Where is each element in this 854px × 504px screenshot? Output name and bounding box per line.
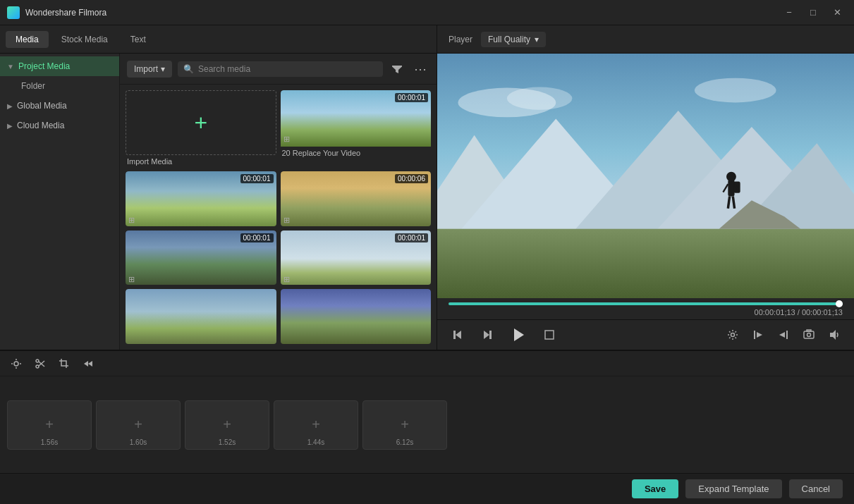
progress-fill	[449, 302, 843, 305]
step-back-button[interactable]	[449, 326, 467, 344]
scissors-icon	[35, 358, 46, 369]
timeline-clip[interactable]: + 1.44s	[274, 400, 358, 450]
maximize-button[interactable]: □	[803, 5, 823, 20]
media-thumbnail: 00:00:06 ⊞	[281, 171, 432, 226]
sidebar-item-global-media[interactable]: ▶ Global Media	[0, 96, 119, 116]
svg-point-34	[36, 359, 39, 362]
progress-handle[interactable]	[836, 300, 843, 307]
svg-line-36	[39, 362, 44, 367]
media-toolbar: Import ▾ 🔍 ⋯	[120, 54, 437, 85]
crop-timeline-icon	[59, 358, 70, 369]
add-clip-icon: +	[45, 417, 54, 433]
media-item[interactable]: 00:00:01 ⊞ 17 Replace Your Video	[281, 231, 432, 285]
video-type-icon: ⊞	[283, 135, 290, 144]
video-type-icon: ⊞	[128, 275, 135, 284]
mark-out-button[interactable]	[775, 326, 792, 343]
screenshot-button[interactable]	[800, 326, 817, 343]
timeline-clip[interactable]: + 1.52s	[185, 400, 269, 450]
media-item[interactable]	[281, 289, 432, 344]
import-media-label: Import Media	[126, 155, 276, 167]
thumbnail-image	[281, 289, 432, 344]
sidebar-item-project-media[interactable]: ▼ Project Media	[0, 56, 119, 76]
quality-select[interactable]: Full Quality ▾	[481, 32, 546, 47]
mark-out-icon	[778, 329, 789, 340]
player-controls	[437, 319, 854, 350]
import-media-cell[interactable]: +	[126, 90, 276, 155]
search-input[interactable]	[198, 64, 377, 74]
settings-button[interactable]	[724, 326, 741, 343]
player-progress-bar[interactable]	[437, 298, 854, 307]
plus-icon: +	[194, 110, 207, 136]
search-icon: 🔍	[183, 64, 194, 74]
cancel-button[interactable]: Cancel	[789, 479, 843, 498]
media-item[interactable]: 00:00:01 ⊞ 20 Replace Your Video	[281, 90, 432, 167]
media-item[interactable]: 00:00:01 ⊞ 19 Replace Your Video	[126, 171, 276, 226]
svg-rect-21	[489, 331, 492, 339]
quality-label: Full Quality	[488, 35, 530, 44]
tab-media[interactable]: Media	[6, 31, 49, 48]
clip-duration: 1.60s	[130, 438, 147, 446]
svg-line-14	[728, 196, 729, 208]
svg-rect-25	[754, 331, 755, 339]
tab-text[interactable]: Text	[121, 31, 156, 48]
timeline-clip[interactable]: + 1.60s	[96, 400, 181, 450]
import-button[interactable]: Import ▾	[127, 61, 172, 78]
crop-button[interactable]	[540, 326, 559, 344]
search-container: 🔍	[178, 61, 383, 77]
scissors-tool-button[interactable]	[31, 356, 49, 371]
crop-icon	[543, 328, 556, 341]
svg-marker-38	[84, 361, 88, 367]
volume-button[interactable]	[826, 326, 843, 343]
media-item[interactable]: 00:00:01 ⊞ 16 Replace Your Video	[126, 231, 276, 285]
svg-rect-9	[437, 229, 854, 298]
timeline-clip[interactable]: + 1.56s	[7, 400, 92, 450]
svg-marker-22	[514, 328, 524, 341]
media-area: Import ▾ 🔍 ⋯	[120, 54, 437, 350]
main-layout: Media Stock Media Text ▼ Project Media F…	[0, 25, 854, 504]
media-thumbnail: 00:00:01 ⊞	[126, 231, 276, 285]
svg-point-2	[507, 87, 573, 109]
bottom-section: + 1.56s + 1.60s + 1.52s + 1.44s + 6.12s	[0, 350, 854, 473]
timeline-clip[interactable]: + 6.12s	[362, 400, 447, 450]
play-button[interactable]	[508, 324, 529, 345]
filter-button[interactable]	[389, 61, 405, 78]
step-forward-reverse-button[interactable]	[478, 326, 496, 344]
mark-in-button[interactable]	[750, 326, 767, 343]
arrow-right-icon: ▶	[7, 122, 13, 130]
filmora-app-icon	[7, 6, 20, 19]
screenshot-icon	[803, 329, 815, 340]
player-time-display: 00:00:01;13 / 00:00:01;13	[437, 307, 854, 319]
sidebar-item-label: Cloud Media	[17, 121, 64, 130]
player-scene	[437, 54, 854, 298]
tab-stock-media[interactable]: Stock Media	[51, 31, 118, 48]
media-item[interactable]: 00:00:06 ⊞ 18 Replace Your Video	[281, 171, 432, 226]
media-item[interactable]	[126, 289, 276, 344]
svg-point-35	[36, 365, 39, 368]
title-bar: Wondershare Filmora − □ ✕	[0, 0, 854, 25]
media-duration-badge: 00:00:06	[395, 174, 428, 183]
close-button[interactable]: ✕	[827, 5, 847, 20]
more-options-button[interactable]: ⋯	[411, 59, 429, 80]
svg-marker-26	[757, 332, 762, 338]
sidebar-item-cloud-media[interactable]: ▶ Cloud Media	[0, 116, 119, 135]
minimize-button[interactable]: −	[779, 5, 799, 20]
sidebar-item-folder[interactable]: Folder	[0, 76, 119, 96]
clip-duration: 1.52s	[219, 438, 236, 446]
save-button[interactable]: Save	[632, 479, 678, 498]
expand-template-button[interactable]: Expand Template	[685, 479, 781, 498]
speed-tool-button[interactable]	[79, 356, 97, 371]
media-thumbnail: 00:00:01 ⊞	[126, 171, 276, 226]
crop-tool-button[interactable]	[55, 356, 73, 371]
filter-icon	[391, 63, 403, 75]
add-clip-icon: +	[223, 417, 231, 433]
svg-rect-27	[786, 331, 788, 339]
footer: Save Expand Template Cancel	[0, 473, 854, 504]
svg-point-3	[695, 78, 776, 103]
audio-tool-button[interactable]	[7, 356, 25, 371]
media-duration-badge: 00:00:01	[395, 93, 428, 102]
sidebar-item-label: Global Media	[17, 101, 67, 111]
svg-point-12	[726, 172, 736, 182]
step-back-icon	[451, 328, 464, 341]
progress-track[interactable]	[449, 302, 843, 305]
more-icon: ⋯	[414, 61, 427, 77]
